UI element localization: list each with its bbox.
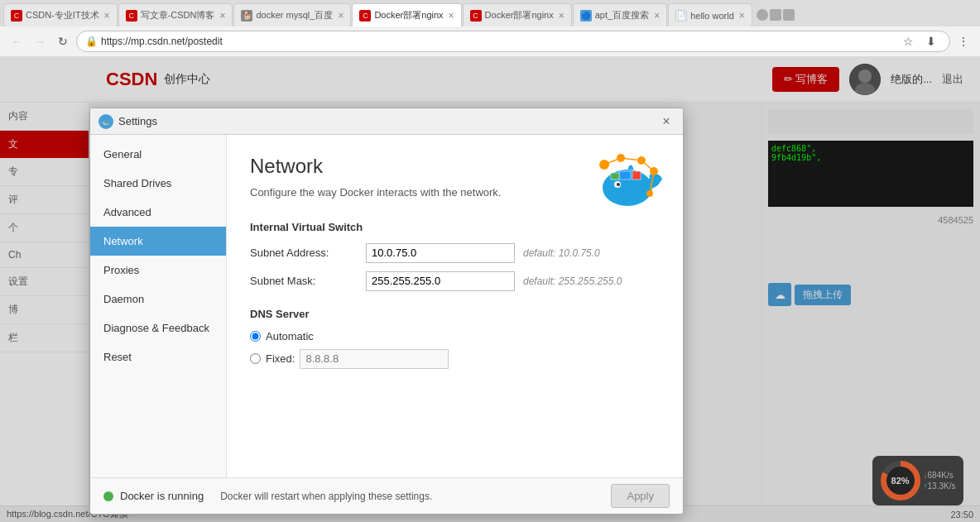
tab-docker-nginx2[interactable]: C Docker部署nginx × [463, 3, 572, 26]
subnet-address-default: default: 10.0.75.0 [523, 247, 600, 259]
docker-status-text: Docker is running [120, 490, 204, 502]
tab-label-docker-nginx2: Docker部署nginx [485, 9, 554, 22]
tab-label-apt: apt_百度搜索 [595, 9, 649, 22]
tab-docker-mysql[interactable]: 🐕 docker mysql_百度 × [233, 3, 351, 26]
tab-label-docker-mysql: docker mysql_百度 [256, 9, 333, 22]
window-controls [757, 9, 795, 21]
window-minimize[interactable] [757, 9, 768, 21]
menu-button[interactable]: ⋮ [954, 31, 973, 51]
sidebar-label-network: Network [103, 235, 143, 247]
internal-switch-section-title: Internal Virtual Switch [250, 221, 660, 233]
sidebar-item-diagnose[interactable]: Diagnose & Feedback [90, 314, 226, 342]
svg-rect-10 [619, 171, 631, 180]
dialog-close-button[interactable]: × [658, 113, 675, 130]
subnet-mask-label: Subnet Mask: [250, 275, 366, 287]
tab-docker-nginx1[interactable]: C Docker部署nginx × [352, 3, 461, 26]
tab-icon-docker-nginx2: C [470, 10, 482, 22]
tab-close-3[interactable]: × [333, 10, 343, 22]
tab-icon-hello: 📄 [675, 10, 687, 22]
tab-icon-docker-mysql: 🐕 [241, 10, 252, 22]
dns-section: DNS Server Automatic Fixed: [250, 308, 660, 369]
tab-bar: C CSDN-专业IT技术 × C 写文章-CSDN博客 × 🐕 docker … [0, 0, 980, 26]
forward-button[interactable]: → [30, 31, 50, 51]
secure-icon: 🔒 [85, 36, 98, 47]
dns-section-title: DNS Server [250, 308, 660, 320]
settings-sidebar: General Shared Drives Advanced Network P… [90, 135, 227, 477]
browser-chrome: C CSDN-专业IT技术 × C 写文章-CSDN博客 × 🐕 docker … [0, 0, 980, 56]
settings-dialog: 🐳 Settings × General Shared Drives Advan… [89, 108, 684, 515]
sidebar-item-general[interactable]: General [90, 140, 226, 169]
tab-close-2[interactable]: × [214, 10, 225, 22]
download-button[interactable]: ⬇ [921, 31, 941, 51]
address-bar-row: ← → ↻ 🔒 https://mp.csdn.net/postedit ☆ ⬇… [0, 26, 980, 56]
tab-write[interactable]: C 写文章-CSDN博客 × [118, 3, 233, 26]
sidebar-item-daemon[interactable]: Daemon [90, 285, 226, 314]
tab-icon-apt: 🔵 [580, 10, 592, 22]
svg-text:🐳: 🐳 [102, 118, 110, 127]
dns-fixed-label: Fixed: [266, 352, 295, 365]
svg-line-20 [641, 160, 654, 171]
docker-whale-container [588, 148, 666, 217]
tab-close-5[interactable]: × [554, 10, 564, 22]
subnet-address-label: Subnet Address: [250, 247, 366, 259]
sidebar-item-reset[interactable]: Reset [90, 342, 226, 371]
subnet-mask-row: Subnet Mask: default: 255.255.255.0 [250, 271, 660, 291]
tab-close-7[interactable]: × [734, 10, 745, 22]
subnet-address-row: Subnet Address: default: 10.0.75.0 [250, 243, 660, 263]
svg-rect-11 [632, 171, 641, 180]
docker-whale-icon [588, 148, 666, 214]
tab-close-6[interactable]: × [649, 10, 660, 22]
window-maximize[interactable] [770, 9, 781, 21]
svg-rect-12 [611, 173, 619, 180]
subnet-address-input[interactable] [366, 243, 515, 263]
tab-close-1[interactable]: × [99, 10, 110, 22]
restart-note: Docker will restart when applying these … [220, 491, 432, 502]
tab-close-4[interactable]: × [444, 10, 454, 22]
tab-icon-csdn: C [11, 10, 22, 22]
subnet-mask-input[interactable] [366, 271, 515, 291]
dns-automatic-label: Automatic [266, 330, 314, 342]
dns-automatic-row: Automatic [250, 330, 660, 342]
settings-icon: 🐳 [98, 114, 113, 129]
sidebar-label-proxies: Proxies [103, 264, 139, 276]
subnet-mask-default: default: 255.255.255.0 [523, 275, 622, 287]
sidebar-item-advanced[interactable]: Advanced [90, 198, 226, 227]
whale-small-icon: 🐳 [100, 116, 112, 127]
sidebar-label-reset: Reset [103, 351, 132, 363]
dialog-footer: Docker is running Docker will restart wh… [90, 477, 683, 514]
apply-button[interactable]: Apply [611, 484, 670, 508]
reload-button[interactable]: ↻ [53, 31, 73, 51]
address-bar[interactable]: 🔒 https://mp.csdn.net/postedit ☆ ⬇ [76, 31, 950, 52]
tab-icon-docker-nginx1: C [359, 10, 371, 22]
settings-main-content: Network Configure the way Docker interac… [227, 135, 683, 477]
dns-fixed-input[interactable] [300, 349, 449, 369]
dns-automatic-radio[interactable] [250, 331, 261, 342]
dialog-title: Settings [118, 115, 157, 127]
sidebar-label-advanced: Advanced [103, 206, 151, 218]
address-bar-right: ☆ ⬇ [898, 31, 941, 51]
sidebar-label-diagnose: Diagnose & Feedback [103, 322, 209, 334]
page-content: CSDN 创作中心 ✏ 写博客 绝版的... 退出 内容 文 专 评 [0, 56, 980, 522]
tab-label-write: 写文章-CSDN博客 [141, 9, 215, 22]
tab-label-csdn: CSDN-专业IT技术 [26, 9, 99, 22]
dns-fixed-row: Fixed: [250, 349, 660, 369]
tab-icon-write: C [126, 10, 137, 22]
sidebar-label-general: General [103, 148, 142, 160]
bookmark-button[interactable]: ☆ [898, 31, 918, 51]
status-indicator-dot [103, 491, 113, 501]
back-button[interactable]: ← [7, 31, 26, 51]
dialog-body: General Shared Drives Advanced Network P… [90, 135, 683, 477]
sidebar-item-proxies[interactable]: Proxies [90, 256, 226, 285]
dialog-titlebar: 🐳 Settings × [90, 108, 683, 135]
tab-csdn[interactable]: C CSDN-专业IT技术 × [3, 3, 118, 26]
tab-hello[interactable]: 📄 hello world × [668, 3, 752, 26]
svg-point-9 [617, 183, 620, 186]
window-close[interactable] [783, 9, 795, 21]
tab-label-docker-nginx1: Docker部署nginx [374, 9, 443, 22]
dns-fixed-radio[interactable] [250, 353, 261, 364]
sidebar-item-shared-drives[interactable]: Shared Drives [90, 169, 226, 198]
sidebar-label-shared-drives: Shared Drives [103, 177, 171, 189]
tab-apt[interactable]: 🔵 apt_百度搜索 × [573, 3, 667, 26]
sidebar-label-daemon: Daemon [103, 293, 144, 305]
sidebar-item-network[interactable]: Network [90, 227, 226, 256]
